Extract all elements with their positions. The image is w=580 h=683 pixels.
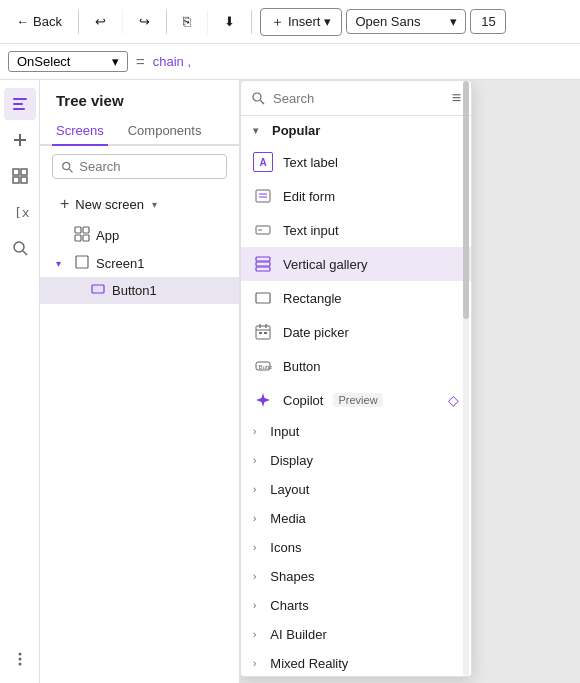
- undo-icon: ↩: [95, 14, 106, 29]
- new-screen-button[interactable]: + New screen ▾: [52, 191, 227, 217]
- undo-button[interactable]: ↩: [87, 10, 114, 33]
- formula-value: chain ,: [153, 54, 191, 69]
- charts-chevron-icon: ›: [253, 600, 256, 611]
- tab-components[interactable]: Components: [124, 117, 206, 146]
- svg-point-10: [14, 242, 24, 252]
- shapes-chevron-icon: ›: [253, 571, 256, 582]
- scrollbar-track[interactable]: [463, 81, 469, 676]
- formula-select[interactable]: OnSelect ▾: [8, 51, 128, 72]
- section-mixed-reality-label: Mixed Reality: [270, 656, 348, 671]
- svg-line-16: [69, 169, 72, 172]
- redo-icon: ↪: [139, 14, 150, 29]
- section-input[interactable]: › Input: [241, 417, 471, 446]
- font-selector[interactable]: Open Sans ▾: [346, 9, 466, 34]
- divider-4: [207, 10, 208, 34]
- tab-screens[interactable]: Screens: [52, 117, 108, 146]
- rail-search-icon[interactable]: [4, 232, 36, 264]
- canvas-area[interactable]: ≡ ▾ Popular A Text label: [240, 80, 580, 683]
- formula-select-label: OnSelect: [17, 54, 70, 69]
- rail-grid-icon[interactable]: [4, 160, 36, 192]
- svg-rect-0: [13, 98, 27, 100]
- section-mixed-reality[interactable]: › Mixed Reality: [241, 649, 471, 676]
- date-picker-icon: [253, 322, 273, 342]
- tree-tabs: Screens Components: [40, 117, 239, 146]
- input-chevron-icon: ›: [253, 426, 256, 437]
- insert-item-text-label[interactable]: A Text label: [241, 145, 471, 179]
- insert-item-date-picker[interactable]: Date picker: [241, 315, 471, 349]
- section-icons-label: Icons: [270, 540, 301, 555]
- insert-item-text-input[interactable]: Text input: [241, 213, 471, 247]
- insert-list: ▾ Popular A Text label: [241, 116, 471, 676]
- paste-button[interactable]: ⬇: [216, 10, 243, 33]
- insert-item-vertical-gallery[interactable]: Vertical gallery Vertical gallery: [241, 247, 471, 281]
- rail-more-icon[interactable]: [4, 643, 36, 675]
- section-charts-label: Charts: [270, 598, 308, 613]
- text-input-icon: [253, 220, 273, 240]
- tree-chevron-screen1: ▾: [56, 258, 68, 269]
- new-screen-plus-icon: +: [60, 195, 69, 213]
- insert-edit-form-label: Edit form: [283, 189, 335, 204]
- insert-item-button[interactable]: Button Button: [241, 349, 471, 383]
- ai-builder-chevron-icon: ›: [253, 629, 256, 640]
- insert-item-copilot[interactable]: Copilot Preview ◇: [241, 383, 471, 417]
- section-ai-builder-label: AI Builder: [270, 627, 326, 642]
- text-label-icon: A: [253, 152, 273, 172]
- insert-search-input[interactable]: [273, 91, 444, 106]
- section-ai-builder[interactable]: › AI Builder: [241, 620, 471, 649]
- svg-rect-21: [76, 256, 88, 268]
- section-layout[interactable]: › Layout: [241, 475, 471, 504]
- display-chevron-icon: ›: [253, 455, 256, 466]
- svg-rect-5: [13, 169, 19, 175]
- tree-item-button1-label: Button1: [112, 283, 157, 298]
- section-display-label: Display: [270, 453, 313, 468]
- copy-button[interactable]: ⎘: [175, 10, 199, 33]
- layout-chevron-icon: ›: [253, 484, 256, 495]
- svg-rect-2: [13, 108, 25, 110]
- insert-filter-icon[interactable]: ≡: [452, 89, 461, 107]
- app-icon: [74, 226, 90, 245]
- section-media[interactable]: › Media: [241, 504, 471, 533]
- svg-rect-22: [92, 285, 104, 293]
- section-charts[interactable]: › Charts: [241, 591, 471, 620]
- rail-add-icon[interactable]: [4, 124, 36, 156]
- copilot-preview-badge: Preview: [333, 393, 382, 407]
- tree-item-screen1-label: Screen1: [96, 256, 144, 271]
- section-display[interactable]: › Display: [241, 446, 471, 475]
- tree-item-button1[interactable]: Button1: [40, 277, 239, 304]
- insert-button-label: Button: [283, 359, 321, 374]
- insert-text-input-label: Text input: [283, 223, 339, 238]
- section-layout-label: Layout: [270, 482, 309, 497]
- section-popular-label: Popular: [272, 123, 320, 138]
- svg-marker-42: [256, 393, 270, 407]
- svg-rect-31: [256, 262, 270, 266]
- formula-equals: =: [136, 53, 145, 70]
- divider-2: [122, 10, 123, 34]
- svg-rect-7: [13, 177, 19, 183]
- svg-rect-32: [256, 267, 270, 271]
- section-input-label: Input: [270, 424, 299, 439]
- formula-select-chevron: ▾: [112, 54, 119, 69]
- screen1-icon: [74, 255, 90, 272]
- insert-rectangle-label: Rectangle: [283, 291, 342, 306]
- scrollbar-thumb: [463, 81, 469, 319]
- tree-item-app[interactable]: App: [40, 221, 239, 250]
- insert-item-edit-form[interactable]: Edit form: [241, 179, 471, 213]
- redo-button[interactable]: ↪: [131, 10, 158, 33]
- section-icons[interactable]: › Icons: [241, 533, 471, 562]
- back-button[interactable]: ← Back: [8, 10, 70, 33]
- tree-search-input[interactable]: [79, 159, 218, 174]
- rail-variable-icon[interactable]: [x]: [4, 196, 36, 228]
- insert-button[interactable]: ＋ Insert ▾: [260, 8, 343, 36]
- copy-icon: ⎘: [183, 14, 191, 29]
- section-shapes[interactable]: › Shapes: [241, 562, 471, 591]
- tree-search-icon: [61, 160, 73, 174]
- tree-item-screen1[interactable]: ▾ Screen1: [40, 250, 239, 277]
- tree-search-container: [52, 154, 227, 179]
- insert-item-rectangle[interactable]: Rectangle: [241, 281, 471, 315]
- insert-search-icon: [251, 91, 265, 105]
- rail-tree-icon[interactable]: [4, 88, 36, 120]
- tree-item-app-label: App: [96, 228, 119, 243]
- svg-rect-25: [256, 190, 270, 202]
- divider-1: [78, 10, 79, 34]
- font-size-box[interactable]: 15: [470, 9, 506, 34]
